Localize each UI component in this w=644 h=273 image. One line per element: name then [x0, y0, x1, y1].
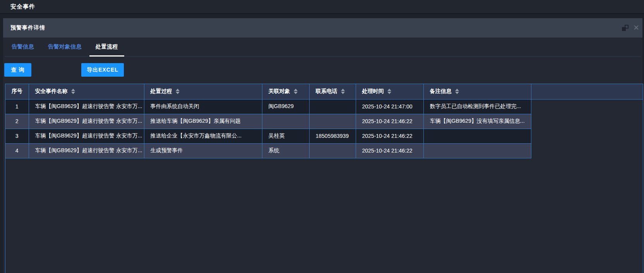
export-excel-button[interactable]: 导出EXCEL [81, 63, 124, 77]
cell-handle-time: 2025-10-24 21:46:22 [356, 129, 423, 143]
query-button[interactable]: 查 询 [4, 63, 31, 77]
cell-index: 2 [5, 114, 29, 129]
modal-title: 预警事件详情 [10, 24, 45, 31]
sort-icon[interactable] [455, 89, 459, 94]
header-disposal-process[interactable]: 处置过程 [144, 84, 262, 99]
header-contact-phone[interactable]: 联系电话 [309, 84, 356, 99]
cell-event-name: 车辆【闽GB9629】超速行驶告警 永安市万... [29, 143, 144, 158]
sort-icon[interactable] [387, 89, 391, 94]
header-event-name[interactable]: 安全事件名称 [29, 84, 144, 99]
cell-handle-time: 2025-10-24 21:46:22 [356, 143, 423, 158]
cell-event-name: 车辆【闽GB9629】超速行驶告警 永安市万... [29, 129, 144, 143]
cell-contact-phone [309, 114, 356, 129]
cell-related-object: 吴桂英 [262, 129, 309, 143]
tab-alarm-object-info[interactable]: 告警对象信息 [41, 38, 89, 56]
table-row: 2 车辆【闽GB9629】超速行驶告警 永安市万... 推送给车辆【闽GB962… [5, 114, 643, 129]
restore-icon-front-square [622, 27, 626, 31]
cell-remark: 车辆【闽GB9629】没有填写亲属信息... [423, 114, 531, 129]
cell-handle-time: 2025-10-24 21:46:22 [356, 114, 423, 129]
tab-bar: 告警信息 告警对象信息 处置流程 [5, 38, 641, 57]
cell-disposal-process: 生成预警事件 [144, 143, 262, 158]
cell-disposal-process: 推送给企业【永安市万鑫物流有限公... [144, 129, 262, 143]
tab-label: 告警对象信息 [48, 43, 82, 50]
tab-label: 告警信息 [12, 43, 34, 50]
cell-handle-time: 2025-10-24 21:47:00 [356, 99, 423, 114]
tab-disposal-process[interactable]: 处置流程 [89, 38, 125, 56]
cell-index: 4 [5, 143, 29, 158]
cell-filler [531, 129, 643, 143]
header-remark[interactable]: 备注信息 [423, 84, 531, 99]
app-top-bar: 安全事件 [0, 0, 644, 14]
header-handle-time[interactable]: 处理时间 [356, 84, 423, 99]
modal-header: 预警事件详情 ✕ [3, 18, 642, 38]
sort-icon[interactable] [341, 89, 345, 94]
page-title: 安全事件 [10, 3, 35, 10]
cell-related-object: 系统 [262, 143, 309, 158]
sort-icon[interactable] [176, 89, 180, 94]
cell-related-object: 闽GB9629 [262, 99, 309, 114]
cell-remark [423, 129, 531, 143]
cell-disposal-process: 事件由系统自动关闭 [144, 99, 262, 114]
disposal-process-table: 序号 安全事件名称 处置过程 关联对象 [5, 84, 643, 273]
table-row: 4 车辆【闽GB9629】超速行驶告警 永安市万... 生成预警事件 系统 20… [5, 143, 643, 158]
cell-remark [423, 143, 531, 158]
sort-icon[interactable] [294, 89, 298, 94]
table-row: 1 车辆【闽GB9629】超速行驶告警 永安市万... 事件由系统自动关闭 闽G… [5, 99, 643, 114]
cell-disposal-process: 推送给车辆【闽GB9629】亲属有问题 [144, 114, 262, 129]
cell-remark: 数字员工已自动检测到事件已处理完... [423, 99, 531, 114]
cell-filler [531, 114, 643, 129]
cell-event-name: 车辆【闽GB9629】超速行驶告警 永安市万... [29, 99, 144, 114]
window-controls: ✕ [622, 18, 639, 38]
cell-filler [531, 143, 643, 158]
cell-contact-phone: 18505983939 [309, 129, 356, 143]
cell-index: 3 [5, 129, 29, 143]
toolbar: 查 询 导出EXCEL [4, 63, 642, 77]
cell-filler [531, 99, 643, 114]
sort-icon[interactable] [71, 89, 75, 94]
cell-index: 1 [5, 99, 29, 114]
header-filler [531, 84, 643, 99]
cell-related-object [262, 114, 309, 129]
tab-alarm-info[interactable]: 告警信息 [5, 38, 41, 56]
tab-label: 处置流程 [96, 43, 118, 50]
table-header-row: 序号 安全事件名称 处置过程 关联对象 [5, 84, 643, 99]
table-row: 3 车辆【闽GB9629】超速行驶告警 永安市万... 推送给企业【永安市万鑫物… [5, 129, 643, 143]
cell-event-name: 车辆【闽GB9629】超速行驶告警 永安市万... [29, 114, 144, 129]
warning-event-detail-modal: 预警事件详情 ✕ 告警信息 告警对象信息 处置流程 查 询 导出EXCEL [3, 18, 642, 273]
cell-contact-phone [309, 99, 356, 114]
close-icon[interactable]: ✕ [633, 25, 639, 31]
cell-contact-phone [309, 143, 356, 158]
header-related-object[interactable]: 关联对象 [262, 84, 309, 99]
header-index: 序号 [5, 84, 29, 99]
restore-window-icon[interactable] [622, 25, 629, 31]
